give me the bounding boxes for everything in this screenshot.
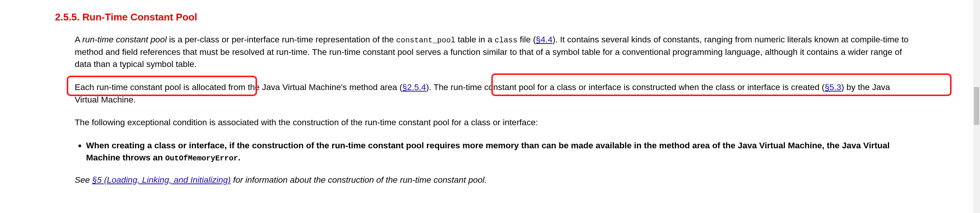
section-body: A run-time constant pool is a per-class …: [75, 34, 916, 186]
exception-list: When creating a class or interface, if t…: [86, 140, 916, 164]
defined-term: run-time constant pool: [82, 35, 167, 44]
scrollbar-thumb[interactable]: [974, 87, 979, 125]
text: table in a: [455, 35, 495, 44]
code-outofmemoryerror: OutOfMemoryError: [165, 154, 238, 163]
code-class: class: [495, 36, 517, 45]
section-number: 2.5.5.: [55, 11, 80, 23]
link-section-2-5-4[interactable]: §2.5.4: [402, 82, 426, 92]
text: ). The run-time constant pool for a clas…: [426, 82, 824, 92]
paragraph-3: The following exceptional condition is a…: [75, 117, 916, 129]
scrollbar-track[interactable]: [973, 0, 980, 213]
section-heading: 2.5.5. Run-Time Constant Pool: [55, 11, 965, 23]
code-constant-pool: constant_pool: [396, 36, 455, 45]
paragraph-2: Each run-time constant pool is allocated…: [75, 81, 916, 106]
text: See: [75, 175, 92, 185]
text: A: [75, 35, 82, 44]
text: is a per-class or per-interface run-time…: [167, 35, 396, 44]
section-title-text: Run-Time Constant Pool: [82, 11, 197, 23]
paragraph-1: A run-time constant pool is a per-class …: [75, 34, 916, 71]
document-page: 2.5.5. Run-Time Constant Pool A run-time…: [55, 11, 965, 197]
see-also: See §5 (Loading, Linking, and Initializi…: [75, 174, 916, 186]
text: Each run-time constant pool is allocated…: [75, 82, 402, 92]
text: file (: [517, 35, 536, 44]
link-section-5-3[interactable]: §5.3: [824, 82, 841, 92]
link-section-5[interactable]: §5 (Loading, Linking, and Initializing): [92, 175, 231, 185]
text: for information about the construction o…: [231, 175, 487, 185]
link-section-4-4[interactable]: §4.4: [536, 35, 553, 44]
exception-item: When creating a class or interface, if t…: [86, 140, 916, 164]
text: .: [238, 153, 240, 162]
